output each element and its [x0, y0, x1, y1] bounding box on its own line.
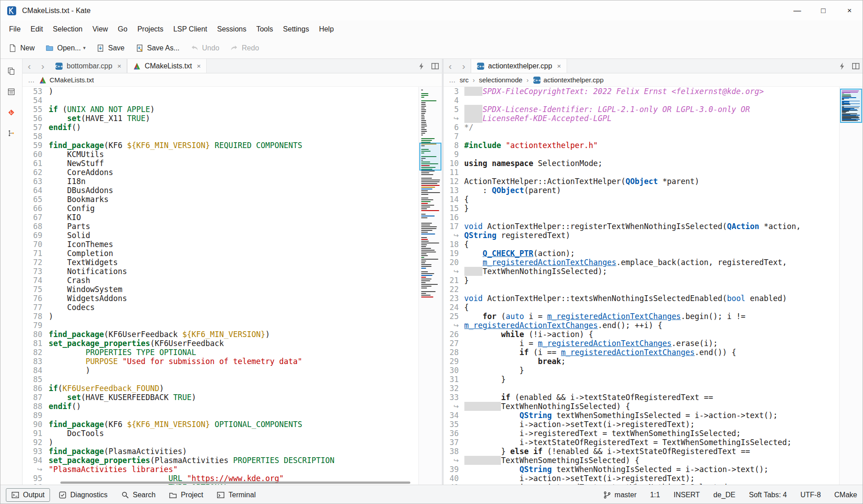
code-line[interactable]: 17void ActionTextHelper::registerTextWhe…: [444, 222, 840, 231]
statusbar-diagnostics-button[interactable]: Diagnostics: [54, 489, 113, 501]
menu-selection[interactable]: Selection: [48, 22, 87, 36]
tab-bottombar-cpp[interactable]: C++bottombar.cpp×: [50, 59, 127, 73]
menu-tools[interactable]: Tools: [251, 22, 278, 36]
code-line[interactable]: 18{: [444, 240, 840, 249]
code-line[interactable]: 40 i->action->setText(i->registeredText)…: [444, 474, 840, 483]
history-forward-button[interactable]: ›: [457, 59, 471, 73]
minimize-button[interactable]: —: [784, 0, 810, 21]
code-line[interactable]: 7: [444, 132, 840, 141]
code-line[interactable]: 73 Notifications: [23, 267, 418, 276]
statusbar-master[interactable]: master: [603, 491, 636, 499]
code-line[interactable]: 10using namespace SelectionMode;: [444, 159, 840, 168]
code-line[interactable]: ↪QString registeredText): [444, 231, 840, 240]
quick-actions-button[interactable]: [415, 59, 428, 73]
menu-file[interactable]: File: [4, 22, 26, 36]
code-line[interactable]: 12ActionTextHelper::ActionTextHelper(QOb…: [444, 177, 840, 186]
code-line[interactable]: 21}: [444, 276, 840, 285]
code-line[interactable]: ↪TextWhenNothingIsSelected) {: [444, 402, 840, 411]
code-line[interactable]: 58: [23, 132, 418, 141]
statusbar-soft-tabs-4[interactable]: Soft Tabs: 4: [749, 491, 787, 499]
tab-close-icon[interactable]: ×: [197, 62, 201, 70]
code-line[interactable]: 61 NewStuff: [23, 159, 418, 168]
code-line[interactable]: 28 if (i == m_registeredActionTextChange…: [444, 348, 840, 357]
code-line[interactable]: 9: [444, 150, 840, 159]
statusbar-cmake[interactable]: CMake: [834, 491, 857, 499]
code-line[interactable]: 84 ): [23, 366, 418, 375]
code-line[interactable]: 15}: [444, 204, 840, 213]
history-forward-button[interactable]: ›: [36, 59, 50, 73]
code-line[interactable]: 35 i->action->setText(i->registeredText)…: [444, 420, 840, 429]
statusbar-insert[interactable]: INSERT: [673, 491, 699, 499]
code-line[interactable]: 6*/: [444, 123, 840, 132]
history-back-button[interactable]: ‹: [23, 59, 36, 73]
code-area[interactable]: 3SPDX-FileCopyrightText: 2022 Felix Erns…: [444, 87, 840, 485]
code-line[interactable]: 68 Parts: [23, 222, 418, 231]
sidebar-git-button[interactable]: [5, 106, 18, 119]
breadcrumb-item-actiontexthelper-cpp[interactable]: C++actiontexthelper.cpp: [533, 76, 604, 84]
menu-settings[interactable]: Settings: [278, 22, 314, 36]
code-line[interactable]: 39 QString textWhenNothingIsSelected = i…: [444, 465, 840, 474]
code-line[interactable]: 3SPDX-FileCopyrightText: 2022 Felix Erns…: [444, 87, 840, 96]
code-line[interactable]: 38 } else if (!enabled && i->textStateOf…: [444, 447, 840, 456]
minimap-viewport[interactable]: [840, 89, 862, 123]
code-line[interactable]: 27 i = m_registeredActionTextChanges.era…: [444, 339, 840, 348]
code-line[interactable]: 31 }: [444, 375, 840, 384]
quick-actions-button[interactable]: [836, 59, 849, 73]
code-line[interactable]: ↪"PlasmaActivities libraries": [23, 465, 418, 474]
history-back-button[interactable]: ‹: [444, 59, 457, 73]
code-line[interactable]: 94set_package_properties(PlasmaActivitie…: [23, 456, 418, 465]
toolbar-open-button[interactable]: Open...▾: [41, 41, 90, 55]
code-line[interactable]: 62 CoreAddons: [23, 168, 418, 177]
code-line[interactable]: ↪TextWhenNothingIsSelected);: [444, 267, 840, 276]
minimap-scrollbar[interactable]: [418, 87, 442, 485]
statusbar-utf-8[interactable]: UTF-8: [800, 491, 821, 499]
code-line[interactable]: 32: [444, 384, 840, 393]
toolbar-save-button[interactable]: Save: [92, 41, 129, 55]
code-line[interactable]: 77 Codecs: [23, 303, 418, 312]
menu-edit[interactable]: Edit: [26, 22, 48, 36]
code-line[interactable]: 79: [23, 321, 418, 330]
code-line[interactable]: 14{: [444, 195, 840, 204]
minimap-scrollbar[interactable]: [839, 87, 863, 485]
breadcrumb-item-selectionmode[interactable]: selectionmode: [479, 76, 522, 84]
statusbar-terminal-button[interactable]: Terminal: [212, 489, 260, 501]
code-line[interactable]: 34 QString textWhenSomethingIsSelected =…: [444, 411, 840, 420]
code-line[interactable]: 4: [444, 96, 840, 105]
breadcrumb-overflow[interactable]: …: [449, 76, 456, 84]
breadcrumb-item-cmakelists-txt[interactable]: CMakeLists.txt: [39, 76, 94, 84]
code-line[interactable]: 33 if (enabled && i->textStateOfRegister…: [444, 393, 840, 402]
code-line[interactable]: 36 i->registeredText = textWhenSomething…: [444, 429, 840, 438]
code-line[interactable]: 41 i->registeredText = textWhenNothingIs…: [444, 483, 840, 485]
code-line[interactable]: 23void ActionTextHelper::textsWhenNothin…: [444, 294, 840, 303]
code-line[interactable]: 71 Completion: [23, 249, 418, 258]
code-line[interactable]: ↪m_registeredActionTextChanges.end(); ++…: [444, 321, 840, 330]
split-view-button[interactable]: [428, 59, 442, 73]
statusbar-output-button[interactable]: Output: [6, 488, 50, 502]
code-line[interactable]: 60 KCMUtils: [23, 150, 418, 159]
code-line[interactable]: 67 KIO: [23, 213, 418, 222]
code-line[interactable]: 75 WindowSystem: [23, 285, 418, 294]
code-line[interactable]: 24{: [444, 303, 840, 312]
code-line[interactable]: 64 DBusAddons: [23, 186, 418, 195]
code-line[interactable]: 37 i->textStateOfRegisteredText = TextWh…: [444, 438, 840, 447]
code-line[interactable]: 56 set(HAVE_X11 TRUE): [23, 114, 418, 123]
menu-view[interactable]: View: [87, 22, 113, 36]
code-line[interactable]: ↪TextWhenSomethingIsSelected) {: [444, 456, 840, 465]
statusbar-project-button[interactable]: Project: [164, 489, 208, 501]
tab-cmakelists-txt[interactable]: CMakeLists.txt×: [127, 59, 207, 73]
code-line[interactable]: 76 WidgetsAddons: [23, 294, 418, 303]
horizontal-scrollbar[interactable]: [60, 482, 410, 484]
code-line[interactable]: 85: [23, 375, 418, 384]
title-bar[interactable]: CMakeLists.txt - Kate —□×: [0, 0, 863, 21]
code-line[interactable]: 8#include "actiontexthelper.h": [444, 141, 840, 150]
code-line[interactable]: 90find_package(KF6 ${KF6_MIN_VERSION} OP…: [23, 420, 418, 429]
code-line[interactable]: 16: [444, 213, 840, 222]
code-line[interactable]: 69 Solid: [23, 231, 418, 240]
code-line[interactable]: 57endif(): [23, 123, 418, 132]
breadcrumb-item-src[interactable]: src: [460, 76, 469, 84]
code-line[interactable]: 55if (UNIX AND NOT APPLE): [23, 105, 418, 114]
statusbar-de-de[interactable]: de_DE: [713, 491, 736, 499]
menu-help[interactable]: Help: [314, 22, 339, 36]
code-line[interactable]: 53): [23, 87, 418, 96]
code-line[interactable]: 54: [23, 96, 418, 105]
